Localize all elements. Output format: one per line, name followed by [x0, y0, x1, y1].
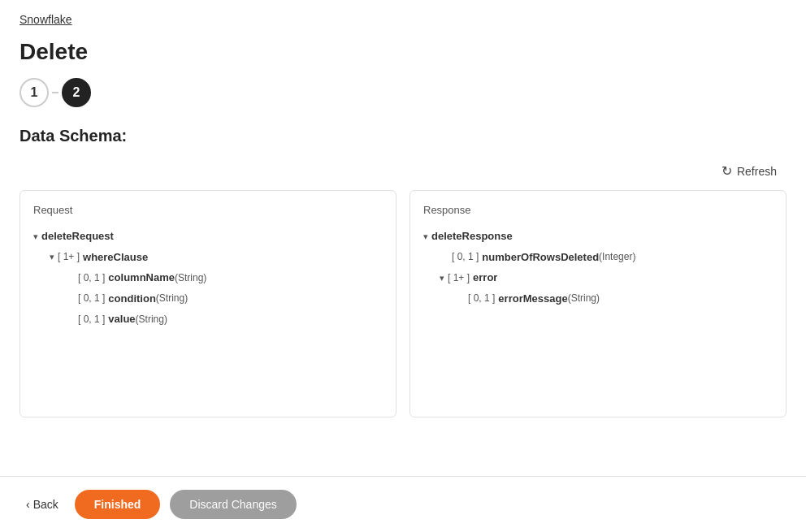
field-name: deleteResponse [431, 228, 513, 244]
response-tree: ▾deleteResponse[ 0, 1 ] numberOfRowsDele… [423, 226, 773, 309]
tree-item: ▾deleteRequest [33, 226, 383, 247]
panels: Request ▾deleteRequest▾[ 1+ ] whereClaus… [20, 190, 786, 417]
field-range: [ 0, 1 ] [468, 291, 495, 305]
field-type: (Integer) [599, 249, 635, 264]
step-connector [52, 92, 58, 93]
response-label: Response [423, 204, 773, 216]
field-name: whereClause [83, 249, 148, 266]
request-tree: ▾deleteRequest▾[ 1+ ] whereClause[ 0, 1 … [33, 226, 383, 330]
chevron-icon: ▾ [33, 230, 38, 244]
tree-item: [ 0, 1 ] columnName (String) [33, 267, 383, 288]
field-name: value [108, 311, 135, 327]
request-label: Request [33, 204, 383, 216]
back-arrow-icon: ‹ [26, 498, 30, 511]
field-name: errorMessage [498, 291, 567, 307]
refresh-row: ↻ Refresh [20, 158, 786, 184]
tree-item: [ 0, 1 ] condition (String) [33, 288, 383, 309]
field-range: [ 0, 1 ] [78, 270, 105, 285]
response-panel: Response ▾deleteResponse[ 0, 1 ] numberO… [410, 190, 786, 417]
refresh-icon: ↻ [722, 163, 732, 179]
step-2[interactable]: 2 [62, 78, 91, 107]
page: Snowflake Delete 1 2 Data Schema: ↻ Refr… [0, 0, 806, 532]
field-range: [ 0, 1 ] [452, 249, 479, 264]
field-name: condition [108, 291, 156, 307]
field-name: error [473, 270, 497, 286]
step-1[interactable]: 1 [20, 78, 49, 107]
field-type: (String) [568, 291, 600, 305]
tree-item: ▾deleteResponse [423, 226, 773, 247]
chevron-icon: ▾ [423, 230, 428, 244]
field-range: [ 0, 1 ] [78, 291, 105, 305]
tree-item: [ 0, 1 ] errorMessage (String) [423, 288, 773, 309]
refresh-button[interactable]: ↻ Refresh [712, 158, 786, 184]
chevron-icon: ▾ [440, 271, 444, 285]
schema-area: ↻ Refresh Request ▾deleteRequest▾[ 1+ ] … [0, 158, 806, 417]
field-name: columnName [108, 270, 175, 286]
field-type: (String) [156, 291, 188, 305]
field-range: [ 1+ ] [58, 249, 80, 264]
field-range: [ 0, 1 ] [78, 312, 105, 327]
discard-button[interactable]: Discard Changes [170, 490, 296, 519]
tree-item: ▾[ 1+ ] whereClause [33, 247, 383, 268]
field-name: deleteRequest [41, 228, 114, 244]
data-schema-title: Data Schema: [0, 120, 806, 158]
field-type: (String) [136, 312, 167, 327]
field-range: [ 1+ ] [448, 270, 470, 285]
tree-item: [ 0, 1 ] value (String) [33, 309, 383, 330]
chevron-icon: ▾ [50, 250, 54, 264]
tree-item: [ 0, 1 ] numberOfRowsDeleted (Integer) [423, 247, 773, 268]
breadcrumb[interactable]: Snowflake [20, 13, 72, 26]
back-button[interactable]: ‹ Back [20, 495, 65, 514]
tree-item: ▾[ 1+ ] error [423, 267, 773, 288]
field-name: numberOfRowsDeleted [482, 249, 599, 266]
footer: ‹ Back Finished Discard Changes [0, 476, 806, 532]
request-panel: Request ▾deleteRequest▾[ 1+ ] whereClaus… [20, 190, 396, 417]
top-nav: Snowflake [0, 0, 806, 32]
page-title: Delete [0, 32, 806, 75]
field-type: (String) [175, 270, 206, 285]
finished-button[interactable]: Finished [75, 490, 161, 519]
stepper: 1 2 [0, 75, 806, 120]
